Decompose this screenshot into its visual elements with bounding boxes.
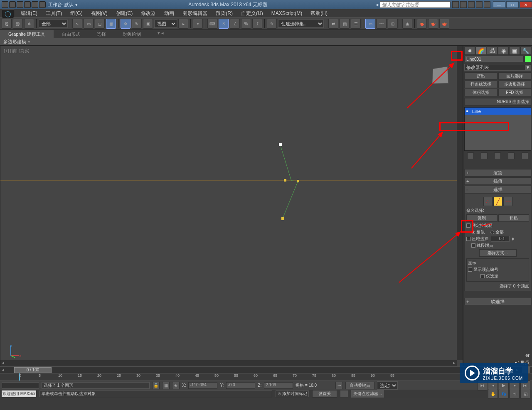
menu-modifiers[interactable]: 修改器	[137, 10, 160, 17]
viewport-front[interactable]: [+] [前] [真实 z x ◂▸	[0, 46, 463, 366]
menu-views[interactable]: 视图(V)	[87, 10, 112, 17]
menu-customize[interactable]: 自定义(U)	[237, 10, 267, 17]
similar-radio[interactable]	[471, 231, 475, 234]
mod-nurbs[interactable]: NURBS 曲面选择	[464, 98, 531, 106]
menu-maxscript[interactable]: MAXScript(M)	[267, 10, 307, 16]
y-coord[interactable]: -0.0	[226, 382, 255, 389]
bind-spacewarp-icon[interactable]: ❄	[24, 19, 34, 29]
schematic-view-icon[interactable]: ⊞	[388, 19, 398, 29]
rollout-selection[interactable]: -选择	[464, 186, 531, 193]
rollout-soft-select[interactable]: +软选择	[464, 298, 531, 305]
display-tab[interactable]: ▣	[509, 47, 520, 55]
subobj-vertex-icon[interactable]: ∴	[483, 197, 493, 206]
modifier-list-dropdown[interactable]: 修改器列表▼	[464, 64, 531, 71]
snap-toggle-icon[interactable]: 3	[219, 19, 229, 29]
rollout-interp[interactable]: +插值	[464, 177, 531, 185]
show-end-result-icon[interactable]	[481, 152, 488, 159]
time-tag[interactable]: ⊘ 添加时间标记	[276, 390, 309, 397]
select-scale-icon[interactable]: ▣	[143, 19, 153, 29]
close-button[interactable]: ✕	[520, 1, 532, 8]
qat-project-icon[interactable]	[39, 1, 46, 8]
lock-selection-icon[interactable]: 🔓	[152, 382, 160, 389]
z-coord[interactable]: 2.109	[264, 382, 293, 389]
key-big-icon[interactable]	[340, 390, 348, 397]
selection-filter[interactable]: 全部	[39, 20, 68, 28]
layers-icon[interactable]: ☰	[351, 19, 361, 29]
isolate-icon[interactable]: ▦	[162, 382, 170, 389]
material-editor-icon[interactable]: ◉	[402, 19, 412, 29]
select-by-button[interactable]: 选择方式...	[479, 249, 517, 257]
nav-walk-icon[interactable]: 👣	[499, 389, 509, 399]
pin-stack-icon[interactable]	[467, 152, 474, 159]
select-rotate-icon[interactable]: ↻	[132, 19, 142, 29]
infocenter-key-icon[interactable]	[460, 1, 467, 8]
timeline-ruler[interactable]: 05101520253035404550556065707580859095	[0, 373, 532, 381]
menu-grapheditors[interactable]: 图形编辑器	[178, 10, 212, 17]
area-select-spinner[interactable]: 0.1	[491, 236, 510, 242]
configure-sets-icon[interactable]	[522, 152, 528, 159]
select-object-icon[interactable]: ↖	[72, 19, 82, 29]
infocenter-help-icon[interactable]	[484, 1, 490, 8]
all-radio[interactable]	[490, 231, 494, 234]
ribbon-expand-icon[interactable]: ▾ ◂	[158, 30, 164, 38]
menu-rendering[interactable]: 渲染(R)	[212, 10, 237, 17]
utilities-tab[interactable]: 🔧	[520, 47, 531, 55]
subobj-spline-icon[interactable]: 〰	[503, 197, 512, 206]
infocenter-fav-icon[interactable]	[476, 1, 483, 8]
only-selected-checkbox[interactable]	[480, 274, 485, 278]
show-vnum-checkbox[interactable]	[468, 268, 472, 272]
infocenter-search-icon[interactable]	[452, 1, 459, 8]
minimize-button[interactable]: —	[493, 1, 505, 8]
area-select-checkbox[interactable]	[466, 237, 470, 241]
menu-help[interactable]: 帮助(H)	[306, 10, 332, 17]
qat-save-icon[interactable]	[17, 1, 23, 8]
search-input[interactable]	[380, 1, 451, 8]
nav-pan-icon[interactable]: ✋	[488, 389, 498, 399]
key-filters-button[interactable]: 关键点过滤器...	[351, 390, 384, 398]
rendered-frame-icon[interactable]: 🫖	[428, 19, 438, 29]
modify-tab[interactable]: 🌈	[475, 47, 486, 55]
nav-orbit-icon[interactable]: ⟲	[510, 389, 520, 399]
tab-graphite[interactable]: Graphite 建模工具	[0, 30, 54, 38]
copy-button[interactable]: 复制	[466, 214, 498, 222]
modifier-stack[interactable]: Line	[464, 107, 531, 151]
hierarchy-tab[interactable]: 品	[487, 47, 498, 55]
qat-new-icon[interactable]	[2, 1, 8, 8]
mod-patch-select[interactable]: 面片选择	[498, 72, 532, 80]
viewcube[interactable]	[432, 66, 448, 84]
tab-selection[interactable]: 选择	[89, 30, 114, 38]
mod-poly-select[interactable]: 多边形选择	[498, 81, 532, 88]
angle-snap-icon[interactable]: ∠	[230, 19, 240, 29]
make-unique-icon[interactable]	[494, 152, 501, 159]
window-crossing-icon[interactable]: ▦	[106, 19, 116, 29]
key-icon[interactable]: ⊸	[335, 382, 343, 389]
maximize-button[interactable]: □	[506, 1, 519, 8]
curve-editor-icon[interactable]: 〰	[377, 19, 387, 29]
qat-undo-icon[interactable]	[24, 1, 31, 8]
object-name-field[interactable]	[464, 56, 524, 62]
subobj-segment-icon[interactable]: ╱	[493, 197, 502, 206]
qat-redo-icon[interactable]	[32, 1, 38, 8]
seg-end-checkbox[interactable]	[471, 243, 475, 248]
select-by-name-icon[interactable]: ▭	[84, 19, 94, 29]
percent-snap-icon[interactable]: %	[241, 19, 251, 29]
key-filter-dropdown[interactable]: 选定对	[377, 381, 398, 390]
qat-open-icon[interactable]	[9, 1, 16, 8]
paste-button[interactable]: 粘贴	[498, 214, 530, 222]
rollout-render[interactable]: +渲染	[464, 169, 531, 177]
keyboard-shortcut-icon[interactable]: ⌨	[207, 19, 217, 29]
stack-line[interactable]: Line	[465, 108, 531, 115]
ribbon-toggle-icon[interactable]: ▭	[365, 19, 375, 29]
nav-max-toggle-icon[interactable]: ◱	[520, 389, 530, 399]
time-slider[interactable]: ◂ 0 / 100 ▸	[0, 366, 532, 373]
unlink-icon[interactable]: ⛓	[13, 19, 23, 29]
mod-ffd-select[interactable]: FFD 选择	[498, 89, 532, 96]
menu-create[interactable]: 创建(C)	[112, 10, 137, 17]
render-setup-icon[interactable]: 🫖	[417, 19, 427, 29]
create-tab[interactable]: ✹	[464, 47, 475, 55]
h-scrollbar[interactable]: ◂▸	[0, 360, 457, 366]
abs-rel-icon[interactable]: ◈	[172, 382, 180, 389]
motion-tab[interactable]: ◉	[498, 47, 509, 55]
remove-modifier-icon[interactable]	[508, 152, 515, 159]
tab-freeform[interactable]: 自由形式	[54, 30, 89, 38]
